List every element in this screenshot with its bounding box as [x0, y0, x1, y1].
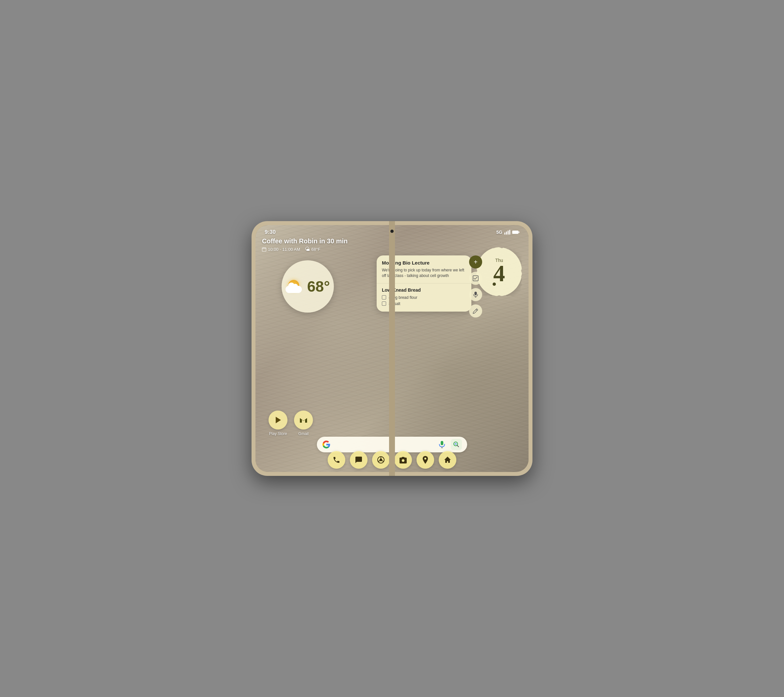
dock-phone[interactable]: [328, 451, 345, 469]
play-store-icon-wrap[interactable]: Play Store: [268, 410, 287, 436]
event-time: 10:00 - 11:00 AM: [262, 247, 300, 252]
phone-icon: [333, 456, 340, 464]
gmail-icon-wrap[interactable]: Gmail: [294, 410, 313, 436]
dock-maps[interactable]: [417, 451, 434, 469]
cloud-icon: [285, 286, 302, 293]
weather-inner: 68°: [285, 279, 330, 294]
svg-rect-6: [512, 231, 518, 234]
event-time-text: 10:00 - 11:00 AM: [268, 247, 300, 252]
battery-icon: [512, 230, 519, 234]
device: 9:30 5G: [252, 221, 532, 476]
keep-mic-button[interactable]: [469, 288, 482, 301]
weather-widget[interactable]: 68°: [282, 260, 334, 313]
svg-line-22: [457, 445, 459, 447]
keep-checkbox-2[interactable]: [382, 302, 386, 306]
date-number: 4: [493, 262, 505, 285]
gmail-label: Gmail: [298, 432, 308, 436]
mic-icon: [473, 292, 479, 298]
dock-messages[interactable]: [350, 451, 367, 469]
dock-home[interactable]: [439, 451, 456, 469]
device-hinge: [389, 221, 395, 476]
svg-rect-7: [262, 247, 266, 251]
svg-line-27: [378, 461, 380, 461]
weather-icon: [285, 280, 305, 293]
home-icon: [444, 456, 451, 464]
play-store-label: Play Store: [269, 432, 287, 436]
svg-rect-12: [474, 292, 477, 295]
messages-icon: [355, 456, 362, 464]
status-icons: 5G: [496, 230, 519, 235]
event-weather: 🌤 68°F: [305, 246, 320, 252]
svg-point-28: [402, 459, 404, 462]
svg-rect-2: [507, 231, 509, 234]
event-title: Coffee with Robin in 30 min: [262, 237, 348, 245]
camera-dock-icon: [399, 456, 407, 463]
signal-bars-icon: [504, 230, 510, 234]
pencil-icon: [473, 308, 479, 314]
checkmark-icon: [473, 275, 479, 281]
signal-label: 5G: [496, 230, 502, 235]
svg-line-15: [476, 310, 477, 311]
svg-rect-3: [509, 230, 510, 234]
plus-icon: +: [474, 258, 478, 266]
event-details: 10:00 - 11:00 AM 🌤 68°F: [262, 246, 348, 252]
svg-rect-0: [504, 232, 506, 234]
chrome-icon: [377, 456, 385, 464]
calendar-widget[interactable]: Coffee with Robin in 30 min 10:00 - 11:0…: [262, 237, 348, 252]
dock-camera[interactable]: [394, 451, 412, 469]
date-dot: [492, 283, 496, 286]
maps-icon: [422, 456, 428, 464]
google-logo: [322, 440, 331, 449]
mic-search-icon: [439, 441, 445, 448]
gmail-icon: [294, 410, 313, 430]
search-lens-button[interactable]: [451, 439, 462, 450]
svg-marker-16: [276, 417, 281, 423]
weather-temp: 68°: [307, 279, 330, 294]
calendar-icon: [262, 247, 266, 252]
svg-rect-5: [519, 232, 520, 233]
play-store-icon: [268, 410, 287, 430]
app-icons-area: Play Store Gmail: [268, 410, 313, 436]
svg-rect-21: [455, 443, 457, 445]
search-mic-button[interactable]: [436, 439, 448, 450]
keep-edit-button[interactable]: [469, 305, 482, 318]
svg-rect-17: [441, 441, 443, 445]
keep-checkbox-1[interactable]: [382, 295, 386, 300]
dock-chrome[interactable]: [372, 451, 390, 469]
svg-point-29: [424, 458, 426, 460]
svg-line-26: [382, 461, 384, 461]
gmail-m-icon: [299, 417, 308, 423]
keep-check-button[interactable]: [469, 272, 482, 285]
svg-rect-1: [506, 232, 507, 234]
camera-dot: [390, 230, 394, 233]
keep-add-button[interactable]: +: [469, 255, 482, 269]
event-weather-text: 68°F: [311, 247, 320, 252]
date-widget[interactable]: Thu 4: [476, 247, 522, 296]
lens-icon: [453, 441, 460, 448]
status-time: 9:30: [265, 229, 276, 236]
keep-actions: +: [469, 255, 482, 318]
play-triangle-icon: [274, 416, 282, 424]
